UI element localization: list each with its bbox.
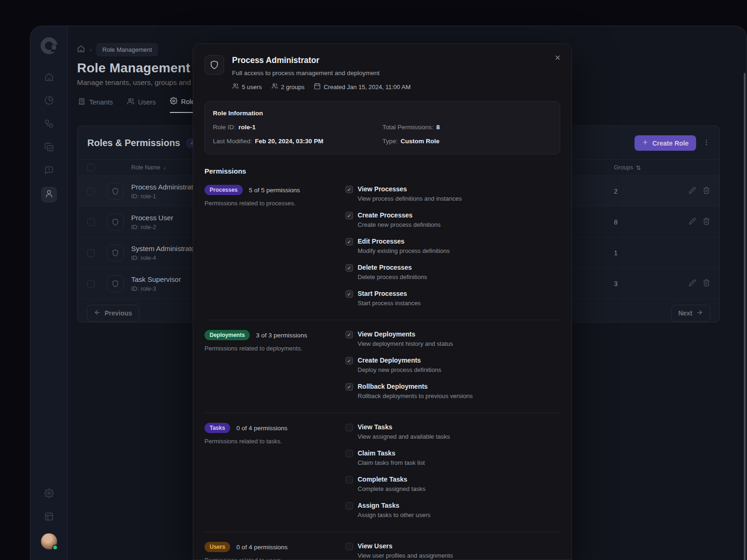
page-title: Role Management (77, 61, 190, 76)
kebab-icon (703, 140, 710, 147)
scrollbar[interactable] (744, 73, 746, 560)
shield-icon (107, 275, 124, 292)
sidebar-item-roles[interactable] (41, 187, 57, 203)
tab-tenants[interactable]: Tenants (78, 97, 113, 113)
permission-item: ✓ Rollback DeploymentsRollback deploymen… (345, 382, 560, 400)
sidebar-item-analytics[interactable] (41, 93, 57, 109)
sidebar-nav (41, 70, 57, 203)
role-id-field: Role ID:role-1 (213, 124, 382, 131)
group-count: 3 of 3 permissions (256, 332, 307, 339)
row-checkbox[interactable] (87, 218, 95, 226)
checkbox-checked[interactable]: ✓ (345, 212, 353, 219)
close-icon (554, 54, 561, 63)
edit-button[interactable] (689, 279, 696, 288)
gear-icon (44, 489, 54, 500)
deployments-badge: Deployments (204, 330, 250, 340)
permission-item: Complete TasksComplete assigned tasks (345, 475, 560, 493)
shield-icon (204, 55, 224, 75)
group-count: 0 of 4 permissions (236, 425, 288, 432)
previous-button[interactable]: Previous (87, 305, 139, 322)
column-groups[interactable]: Groups ⇅ (614, 164, 670, 171)
checkbox-checked[interactable]: ✓ (345, 238, 353, 245)
checkbox-unchecked[interactable] (345, 424, 353, 431)
pie-chart-icon (44, 96, 54, 107)
processes-badge: Processes (204, 185, 243, 195)
checkbox-unchecked[interactable] (345, 476, 353, 483)
permission-item: ✓ Create DeploymentsDeploy new process d… (345, 356, 560, 374)
sidebar-item-home[interactable] (41, 70, 57, 86)
user-avatar[interactable] (41, 533, 57, 550)
checkbox-checked[interactable]: ✓ (345, 264, 353, 272)
groups-count: 2 (614, 188, 670, 195)
select-all-checkbox[interactable] (87, 164, 95, 171)
next-button[interactable]: Next (671, 305, 710, 322)
users-meta: 5 users (232, 83, 262, 91)
screen: › Role Management Role Management Manage… (0, 0, 747, 560)
edit-button[interactable] (689, 217, 696, 227)
create-role-button[interactable]: Create Role (634, 135, 696, 151)
modal-description: Full access to process management and de… (232, 70, 410, 77)
tasks-badge: Tasks (204, 423, 230, 433)
home-icon (44, 72, 54, 84)
close-button[interactable] (551, 52, 564, 65)
home-icon[interactable] (77, 45, 85, 55)
checkbox-checked[interactable]: ✓ (345, 186, 353, 193)
permission-item: ✓ Delete ProcessesDelete process definit… (345, 263, 560, 281)
sort-desc-icon: ↓ (163, 164, 166, 171)
delete-button[interactable] (703, 279, 710, 288)
chevron-right-icon: › (90, 46, 92, 53)
groups-count: 1 (614, 249, 670, 257)
page-subtitle: Manage tenants, users, groups and roles (77, 78, 209, 87)
checkbox-checked[interactable]: ✓ (345, 331, 353, 338)
user-icon (44, 189, 54, 200)
delete-button[interactable] (703, 217, 710, 227)
copy-check-icon (44, 142, 54, 154)
groups-count: 3 (614, 280, 670, 287)
shield-icon (107, 214, 124, 231)
row-checkbox[interactable] (87, 249, 95, 257)
edit-button[interactable] (689, 187, 696, 196)
workflow-icon (44, 119, 54, 130)
sidebar-item-settings[interactable] (41, 486, 57, 502)
checkbox-checked[interactable]: ✓ (345, 290, 353, 298)
gear-icon (170, 97, 177, 106)
sidebar-item-incidents[interactable] (41, 163, 57, 179)
checkbox-checked[interactable]: ✓ (345, 357, 353, 364)
tab-users[interactable]: Users (127, 97, 156, 113)
sidebar-item-panels[interactable] (41, 510, 57, 525)
users-icon (127, 98, 134, 106)
plus-icon (642, 139, 648, 147)
permission-group-processes: Processes 5 of 5 permissions Permissions… (204, 175, 560, 320)
users-badge: Users (204, 542, 230, 552)
group-description: Permissions related to tasks. (204, 438, 334, 445)
group-count: 0 of 4 permissions (236, 544, 288, 551)
checkbox-unchecked[interactable] (345, 450, 353, 457)
sidebar-item-processes[interactable] (41, 117, 57, 133)
last-modified-field: Last Modified:Feb 20, 2024, 03:30 PM (213, 138, 382, 145)
delete-button[interactable] (703, 187, 710, 196)
row-checkbox[interactable] (87, 280, 95, 287)
checkbox-checked[interactable]: ✓ (345, 383, 353, 391)
arrow-right-icon (696, 309, 703, 317)
arrow-left-icon (94, 309, 101, 317)
breadcrumb-current[interactable]: Role Management (96, 43, 158, 56)
permission-item: ✓ View ProcessesView process definitions… (345, 185, 560, 203)
tab-label: Users (138, 98, 156, 106)
users-icon (232, 83, 239, 91)
checkbox-unchecked[interactable] (345, 543, 353, 550)
group-description: Permissions related to processes. (204, 200, 334, 207)
sidebar-footer (41, 486, 57, 560)
online-status-dot (52, 545, 58, 550)
permission-item: View UsersView user profiles and assignm… (345, 542, 560, 560)
row-checkbox[interactable] (87, 188, 95, 195)
sidebar-item-deployments[interactable] (41, 140, 57, 156)
calendar-icon (314, 83, 321, 91)
permissions-heading: Permissions (204, 167, 560, 175)
panel-menu-button[interactable] (703, 139, 710, 147)
modal-header: Process Administrator Full access to pro… (204, 55, 560, 91)
sidebar (30, 26, 68, 560)
groups-count: 8 (614, 218, 670, 226)
permission-item: Claim TasksClaim tasks from task list (345, 449, 560, 467)
checkbox-unchecked[interactable] (345, 502, 353, 510)
permission-group-deployments: Deployments 3 of 3 permissions Permissio… (204, 320, 560, 413)
